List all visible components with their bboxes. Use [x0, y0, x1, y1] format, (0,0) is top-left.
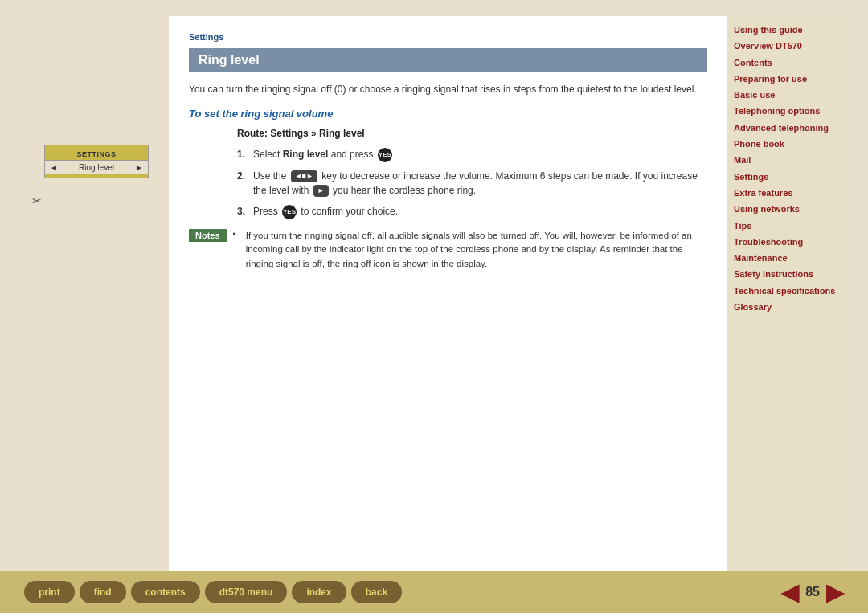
nav-box: SETTINGS ◄ Ring level ► [44, 145, 149, 178]
page-title: Ring level [189, 48, 707, 72]
route-prefix: Route: [237, 128, 268, 139]
step-1: 1. Select Ring level and press YES. [237, 147, 707, 162]
steps-list: 1. Select Ring level and press YES. 2. U… [189, 147, 707, 219]
print-button[interactable]: print [24, 581, 75, 603]
intro-text: You can turn the ringing signal off (0) … [189, 82, 707, 96]
step-1-text: Select Ring level and press YES. [253, 147, 707, 162]
sidebar-link-advanced[interactable]: Advanced telephoning [734, 122, 837, 133]
step-3: 3. Press YES to confirm your choice. [237, 204, 707, 219]
notes-label: Notes [189, 229, 227, 242]
sidebar-link-safety[interactable]: Safety instructions [734, 268, 837, 280]
step-3-number: 3. [237, 204, 253, 219]
step-2-number: 2. [237, 169, 253, 183]
sidebar-link-using-this-guide[interactable]: Using this guide [734, 24, 837, 35]
sidebar-link-extra[interactable]: Extra features [734, 187, 837, 198]
next-page-arrow[interactable]: ▶ [826, 579, 844, 606]
sidebar-link-glossary[interactable]: Glossary [734, 301, 837, 313]
sidebar-link-mail[interactable]: Mail [734, 154, 837, 166]
settings-label: Settings [189, 32, 707, 42]
bottom-toolbar: print find contents DT570 menu index bac… [0, 571, 868, 613]
notes-bullet: • [233, 229, 236, 240]
sidebar-link-overview[interactable]: Overview DT570 [734, 40, 837, 51]
prev-page-arrow[interactable]: ◀ [781, 579, 799, 606]
step-2: 2. Use the ◄■► key to decrease or increa… [237, 169, 707, 198]
sidebar-link-contents[interactable]: Contents [734, 57, 837, 68]
back-button[interactable]: back [351, 581, 402, 603]
sidebar-link-phone-book[interactable]: Phone book [734, 138, 837, 149]
nav-key-icon: ◄■► [291, 170, 317, 183]
nav-box-item[interactable]: ◄ Ring level ► [45, 161, 148, 174]
step-2-text: Use the ◄■► key to decrease or increase … [253, 169, 707, 198]
sidebar-link-troubleshooting[interactable]: Troubleshooting [734, 236, 837, 247]
index-button[interactable]: index [292, 581, 346, 603]
contents-button[interactable]: contents [131, 581, 200, 603]
increase-icon: ► [313, 185, 329, 198]
step-3-text: Press YES to confirm your choice. [253, 204, 707, 219]
nav-box-title: SETTINGS [45, 149, 148, 161]
left-sidebar: SETTINGS ◄ Ring level ► ✂ [24, 16, 169, 571]
notes-section: Notes • If you turn the ringing signal o… [189, 229, 707, 272]
nav-right-arrow[interactable]: ► [135, 163, 143, 172]
sidebar-link-preparing[interactable]: Preparing for use [734, 73, 837, 84]
nav-box-item-label: Ring level [79, 163, 114, 172]
sidebar-link-maintenance[interactable]: Maintenance [734, 252, 837, 264]
section-title: To set the ring signal volume [189, 108, 707, 120]
notes-text: If you turn the ringing signal off, all … [246, 229, 707, 272]
sidebar-link-networks[interactable]: Using networks [734, 203, 837, 215]
nav-left-arrow[interactable]: ◄ [50, 163, 58, 172]
step-1-number: 1. [237, 147, 253, 161]
yes-button-icon: YES [378, 148, 392, 162]
route-path: Settings » Ring level [270, 128, 364, 139]
find-button[interactable]: find [80, 581, 126, 603]
sidebar-link-settings[interactable]: Settings [734, 171, 837, 182]
confirm-button-icon: YES [282, 205, 297, 219]
main-content: Settings Ring level You can turn the rin… [169, 16, 727, 571]
dt570-menu-button[interactable]: DT570 menu [205, 581, 288, 603]
page-number: 85 [805, 585, 820, 599]
sidebar-link-tips[interactable]: Tips [734, 220, 837, 231]
right-sidebar: Using this guide Overview DT570 Contents… [727, 16, 844, 571]
sidebar-link-technical[interactable]: Technical specifications [734, 285, 837, 296]
page-navigation: ◀ 85 ▶ [781, 579, 844, 606]
sidebar-link-basic-use[interactable]: Basic use [734, 89, 837, 100]
sidebar-link-telephoning[interactable]: Telephoning options [734, 105, 837, 116]
route-line: Route: Settings » Ring level [189, 128, 707, 139]
scissor-icon: ✂ [24, 194, 42, 207]
